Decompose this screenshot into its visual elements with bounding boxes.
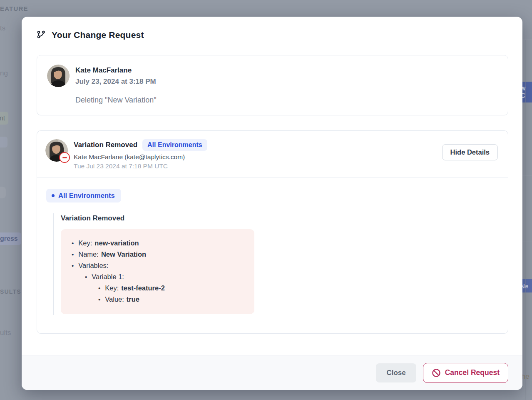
background-section-header: SULTS [0, 288, 21, 295]
change-detail-row: •Name:New Variation [71, 249, 244, 260]
environment-badge: All Environments [142, 139, 207, 151]
background-divider [108, 390, 108, 400]
change-detail-row: •Variables: [71, 260, 244, 271]
background-divider [522, 175, 532, 175]
change-detail-row: •Value:true [71, 294, 244, 305]
comment-author: Kate MacFarlane [75, 66, 157, 75]
change-detail-row: •Variable 1: [71, 271, 244, 282]
background-pill [0, 137, 7, 148]
environment-pill: All Environments [46, 189, 121, 202]
comment-meta: Kate MacFarlane July 23, 2024 at 3:18 PM… [75, 65, 157, 106]
removed-minus-icon [59, 152, 70, 163]
change-request-modal: Your Change Request Kate [22, 17, 522, 390]
background-section-header: EATURE [0, 5, 28, 12]
background-status-pill: ent [0, 112, 8, 125]
change-event-title: Variation Removed [74, 141, 137, 149]
background-divider [522, 40, 532, 40]
change-detail-row: •Key:new-variation [71, 238, 244, 249]
change-event-card: Variation Removed All Environments Kate … [37, 130, 508, 334]
modal-footer: Close Cancel Request [22, 355, 522, 390]
cancel-request-label: Cancel Request [445, 368, 500, 377]
prohibition-icon [432, 368, 441, 378]
change-author: Kate MacFarlane (kate@taplytics.com) [74, 153, 436, 161]
background-nav-item: ults [0, 329, 11, 337]
background-divider [522, 242, 532, 242]
change-detail-row: •Key:test-feature-2 [71, 282, 244, 294]
background-nav-item: ng [0, 69, 8, 78]
branch-icon [37, 30, 46, 40]
close-button[interactable]: Close [376, 363, 416, 382]
environment-section: Variation Removed •Key:new-variation•Nam… [53, 213, 498, 315]
change-details: All Environments Variation Removed •Key:… [37, 178, 508, 333]
background-divider [525, 40, 526, 400]
request-comment-card: Kate MacFarlane July 23, 2024 at 3:18 PM… [37, 55, 508, 115]
hide-details-button[interactable]: Hide Details [442, 144, 498, 160]
background-progress-pill: gress [0, 232, 21, 245]
environment-pill-label: All Environments [58, 192, 115, 200]
change-event-meta: Variation Removed All Environments Kate … [74, 139, 436, 170]
avatar [47, 65, 70, 87]
modal-header: Your Change Request [22, 17, 522, 51]
background-nav-item: ts [0, 24, 5, 32]
change-timestamp: Tue Jul 23 2024 at 7:18 PM UTC [74, 162, 436, 170]
comment-message: Deleting "New Variation" [75, 96, 157, 105]
removed-variation-detail-box: •Key:new-variation•Name:New Variation•Va… [61, 229, 254, 314]
avatar-wrap [45, 139, 68, 162]
comment-timestamp: July 23, 2024 at 3:18 PM [75, 78, 157, 86]
section-title: Variation Removed [61, 214, 498, 222]
background-pill [0, 187, 6, 198]
environment-dot-icon [52, 194, 55, 197]
modal-title: Your Change Request [52, 30, 144, 40]
modal-body: Kate MacFarlane July 23, 2024 at 3:18 PM… [22, 51, 522, 355]
change-event-header: Variation Removed All Environments Kate … [37, 131, 508, 178]
cancel-request-button[interactable]: Cancel Request [423, 363, 508, 383]
